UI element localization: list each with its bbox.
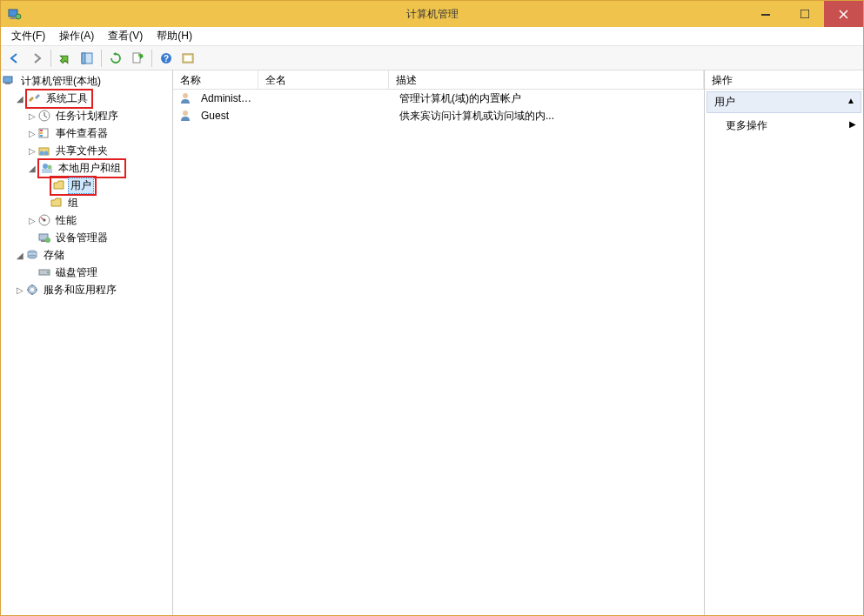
expand-icon[interactable]: ▷: [27, 111, 37, 121]
svg-point-38: [183, 93, 188, 98]
tree-storage-label: 存储: [41, 247, 67, 264]
actions-pane: 操作 用户 ▲ 更多操作 ▶: [705, 70, 863, 615]
export-button[interactable]: [127, 48, 148, 69]
shared-folders-icon: [37, 144, 51, 157]
show-hide-tree-button[interactable]: [77, 48, 97, 69]
actions-section-users[interactable]: 用户 ▲: [707, 91, 861, 113]
tree-performance[interactable]: ▷ 性能: [3, 211, 171, 229]
collapse-icon[interactable]: ◢: [27, 164, 37, 173]
toolbar-separator: [50, 50, 51, 67]
back-button[interactable]: [4, 48, 25, 69]
list-row[interactable]: Administrat... 管理计算机(域)的内置帐户: [173, 90, 704, 107]
menu-help[interactable]: 帮助(H): [151, 27, 198, 45]
minimize-button[interactable]: [746, 1, 785, 27]
tree-root[interactable]: 计算机管理(本地): [3, 72, 171, 90]
tree-event-viewer[interactable]: ▷ 事件查看器: [3, 124, 171, 142]
menu-file[interactable]: 文件(F): [6, 27, 50, 45]
up-button[interactable]: [55, 48, 76, 69]
expand-icon[interactable]: ▷: [27, 146, 37, 156]
tree-task-scheduler-label: 任务计划程序: [53, 108, 121, 124]
svg-rect-1: [11, 17, 15, 18]
svg-rect-12: [184, 56, 191, 61]
event-viewer-icon: [37, 126, 51, 140]
column-name[interactable]: 名称: [173, 70, 258, 89]
column-description[interactable]: 描述: [389, 70, 704, 89]
tree-performance-label: 性能: [53, 212, 79, 229]
svg-rect-14: [5, 83, 10, 84]
forward-button[interactable]: [26, 48, 47, 69]
performance-icon: [37, 213, 51, 227]
list-header: 名称 全名 描述: [173, 70, 704, 90]
actions-more-label: 更多操作: [726, 119, 767, 131]
tree-groups[interactable]: 组: [3, 194, 171, 211]
maximize-button[interactable]: [785, 1, 824, 27]
collapse-caret-icon: ▲: [847, 96, 855, 105]
list-row[interactable]: Guest 供来宾访问计算机或访问域的内...: [173, 107, 704, 124]
svg-rect-17: [40, 130, 43, 131]
svg-point-3: [16, 14, 21, 19]
svg-point-39: [183, 110, 188, 116]
actions-section-label: 用户: [714, 96, 735, 108]
menu-action[interactable]: 操作(A): [54, 27, 99, 45]
list-pane: 名称 全名 描述 Administrat... 管理计算机(域)的内置帐户 Gu…: [173, 70, 705, 615]
tree-local-users-groups[interactable]: ◢ 本地用户和组: [3, 159, 171, 177]
window-controls: [746, 1, 863, 27]
expand-icon[interactable]: ◢: [15, 94, 25, 104]
tree-device-manager-label: 设备管理器: [53, 230, 111, 246]
tree-disk-management[interactable]: ▷ 磁盘管理: [3, 264, 171, 281]
tree-local-users-groups-label: 本地用户和组: [56, 160, 124, 177]
tree-task-scheduler[interactable]: ▷ 任务计划程序: [3, 107, 171, 124]
expand-icon[interactable]: ▷: [27, 129, 37, 138]
actions-more[interactable]: 更多操作 ▶: [705, 115, 863, 137]
disk-icon: [37, 265, 51, 279]
users-groups-icon: [40, 161, 54, 175]
tree-pane[interactable]: 计算机管理(本地) ◢ 系统工具 ▷ 任务计划程序 ▷ 事件查看器: [1, 70, 173, 615]
collapse-icon[interactable]: ◢: [15, 251, 25, 260]
cell-description: 管理计算机(域)的内置帐户: [392, 91, 704, 106]
svg-rect-2: [10, 18, 17, 19]
app-icon: [8, 7, 22, 21]
expand-icon[interactable]: ▷: [15, 285, 25, 295]
menu-view[interactable]: 查看(V): [103, 27, 148, 45]
tree-event-viewer-label: 事件查看器: [53, 125, 111, 142]
svg-point-27: [44, 219, 46, 222]
tree-system-tools-label: 系统工具: [44, 90, 90, 107]
system-tools-icon: [28, 91, 42, 105]
tree-storage[interactable]: ◢ 存储: [3, 246, 171, 264]
svg-point-23: [43, 164, 48, 169]
help-button[interactable]: ?: [156, 48, 177, 69]
chevron-right-icon: ▶: [849, 119, 856, 129]
window-title: 计算机管理: [406, 7, 459, 22]
toolbar: ?: [1, 46, 863, 70]
main-content: 计算机管理(本地) ◢ 系统工具 ▷ 任务计划程序 ▷ 事件查看器: [1, 70, 863, 615]
svg-point-35: [47, 271, 49, 273]
tree-root-label: 计算机管理(本地): [18, 73, 104, 90]
tree-groups-label: 组: [65, 195, 81, 211]
column-fullname[interactable]: 全名: [258, 70, 389, 89]
tree-shared-folders[interactable]: ▷ 共享文件夹: [3, 142, 171, 159]
tree-services-apps-label: 服务和应用程序: [41, 282, 119, 298]
tree-users[interactable]: 用户: [3, 177, 171, 194]
storage-icon: [25, 248, 39, 262]
tree-shared-folders-label: 共享文件夹: [53, 143, 111, 159]
svg-rect-7: [82, 53, 85, 64]
tree-device-manager[interactable]: ▷ 设备管理器: [3, 229, 171, 246]
title-bar: 计算机管理: [1, 1, 863, 27]
tree-services-apps[interactable]: ▷ 服务和应用程序: [3, 281, 171, 298]
svg-point-33: [28, 255, 37, 258]
close-button[interactable]: [824, 1, 863, 27]
tree-system-tools[interactable]: ◢ 系统工具: [3, 90, 171, 107]
cell-description: 供来宾访问计算机或访问域的内...: [392, 109, 704, 124]
cell-name: Administrat...: [194, 92, 262, 104]
services-icon: [25, 283, 39, 297]
tree-disk-management-label: 磁盘管理: [53, 264, 100, 281]
folder-icon: [52, 178, 66, 192]
expand-icon[interactable]: ▷: [27, 216, 37, 225]
properties-button[interactable]: [177, 48, 198, 69]
list-body[interactable]: Administrat... 管理计算机(域)的内置帐户 Guest 供来宾访问…: [173, 90, 704, 615]
svg-rect-19: [40, 135, 43, 137]
menu-bar: 文件(F) 操作(A) 查看(V) 帮助(H): [1, 27, 863, 46]
svg-text:?: ?: [164, 54, 169, 64]
refresh-button[interactable]: [105, 48, 126, 69]
svg-rect-5: [800, 10, 809, 18]
